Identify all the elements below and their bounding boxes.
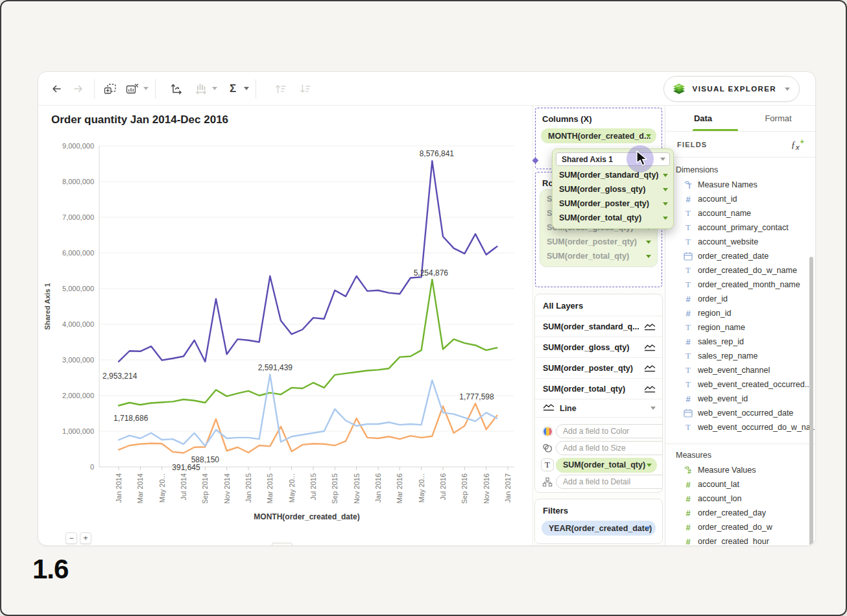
zoom-out-button[interactable]: −	[66, 532, 77, 544]
shared-axis-dropdown-item[interactable]: SUM(order_total_qty)	[553, 211, 673, 225]
forward-arrow-icon[interactable]	[69, 80, 88, 98]
chevron-down-icon[interactable]	[143, 87, 149, 90]
page-version-label: 1.6	[32, 554, 68, 585]
svg-text:Nov 2015: Nov 2015	[353, 473, 361, 504]
rows-shelf-item[interactable]: SUM(order_total_qty)	[540, 249, 657, 263]
field-item-account-id[interactable]: #account_id	[665, 192, 816, 206]
svg-text:7,000,000: 7,000,000	[62, 213, 94, 221]
color-shelf	[539, 423, 657, 440]
duplicate-chart-icon[interactable]	[101, 80, 119, 98]
field-item-account-name[interactable]: Taccount_name	[665, 206, 816, 220]
field-item-sales-rep-id[interactable]: #sales_rep_id	[665, 335, 816, 349]
tab-format[interactable]: Format	[741, 106, 816, 131]
layer-row[interactable]: SUM(order_standard_q...	[535, 316, 662, 337]
svg-text:8,000,000: 8,000,000	[62, 178, 94, 185]
shared-axis-header[interactable]: Shared Axis 1	[556, 152, 670, 166]
svg-text:391,645: 391,645	[172, 463, 200, 472]
line-chart-icon	[644, 344, 656, 353]
color-field-input[interactable]	[556, 424, 663, 438]
field-item-web-event-created-occurred-[interactable]: Tweb_event_created_occurred...	[665, 377, 816, 392]
rows-shelf-item[interactable]: SUM(order_poster_qty)	[540, 235, 657, 249]
svg-text:2,591,439: 2,591,439	[258, 363, 293, 372]
chevron-down-icon	[646, 134, 651, 137]
field-item-web-event-occurred-date[interactable]: web_event_occurred_date	[665, 406, 816, 420]
back-arrow-icon[interactable]	[47, 80, 66, 98]
field-item-web-event-occurred-do-w-na-[interactable]: Tweb_event_occurred_do_w_na...	[665, 420, 816, 434]
field-item-account-website[interactable]: Taccount_website	[665, 235, 816, 249]
svg-text:Sep 2016: Sep 2016	[460, 473, 468, 504]
line-chart: 01,000,0002,000,0003,000,0004,000,0005,0…	[41, 141, 521, 530]
field-item-web-event-id[interactable]: #web_event_id	[665, 392, 816, 406]
text-pill-sum-order-total-qty[interactable]: SUM(order_total_qty)	[556, 458, 657, 473]
field-item-account-lat[interactable]: #account_lat	[665, 477, 816, 492]
resize-bars-icon[interactable]	[192, 80, 210, 98]
chart-type-dropdown[interactable]: Line	[535, 399, 662, 418]
field-item-order-created-month-name[interactable]: Torder_created_month_name	[665, 278, 816, 292]
sort-descending-icon[interactable]	[296, 80, 315, 98]
svg-text:May 20...: May 20...	[158, 473, 166, 503]
field-item-account-primary-contact[interactable]: Taccount_primary_contact	[665, 220, 816, 235]
remove-chart-icon[interactable]	[123, 80, 141, 98]
size-shelf	[539, 440, 657, 456]
field-item-region-id[interactable]: #region_id	[665, 306, 816, 320]
layer-row[interactable]: SUM(order_total_qty)	[535, 379, 662, 399]
dimensions-scrollbar[interactable]	[809, 257, 813, 506]
field-item-web-event-channel[interactable]: Tweb_event_channel	[665, 363, 816, 377]
detail-icon	[539, 477, 556, 487]
toolbar: Σ VISUAL EXPLORER	[38, 72, 815, 106]
swap-axes-icon[interactable]	[167, 80, 185, 98]
field-item-measure-values[interactable]: #Measure Values	[665, 463, 816, 477]
text-shelf: T SUM(order_total_qty)	[539, 456, 657, 473]
field-item-region-name[interactable]: Tregion_name	[665, 320, 816, 335]
sigma-aggregate-icon[interactable]: Σ	[224, 80, 242, 98]
svg-text:588,150: 588,150	[191, 455, 220, 464]
svg-text:5,254,876: 5,254,876	[414, 268, 449, 278]
field-item-order-created-do-w-name[interactable]: Torder_created_do_w_name	[665, 263, 816, 278]
filter-pill-year[interactable]: YEAR(order_created_date)	[542, 521, 656, 536]
layer-row[interactable]: SUM(order_poster_qty)	[535, 358, 662, 379]
all-layers-title: All Layers	[535, 294, 662, 316]
field-item-order-id[interactable]: #order_id	[665, 292, 816, 306]
svg-text:#: #	[687, 468, 691, 475]
shared-axis-dropdown-item[interactable]: SUM(order_standard_qty)	[553, 168, 673, 182]
field-item-order-created-do-w[interactable]: #order_created_do_w	[665, 520, 816, 534]
zoom-in-button[interactable]: +	[80, 532, 91, 544]
series-line-poster[interactable]	[119, 403, 497, 453]
size-field-input[interactable]	[556, 441, 663, 455]
layer-row[interactable]: SUM(order_gloss_qty)	[535, 337, 662, 358]
svg-text:Jan 2016: Jan 2016	[374, 473, 382, 503]
svg-text:Jan 2014: Jan 2014	[115, 473, 123, 503]
field-item-order-created-date[interactable]: order_created_date	[665, 249, 816, 263]
chevron-down-icon[interactable]	[244, 87, 249, 90]
svg-text:9,000,000: 9,000,000	[62, 142, 94, 150]
detail-field-input[interactable]	[556, 475, 663, 489]
field-item-order-created-day[interactable]: #order_created_day	[665, 506, 816, 520]
fields-header: FIELDS	[677, 141, 707, 148]
chevron-down-icon[interactable]	[212, 87, 217, 90]
svg-text:2,953,214: 2,953,214	[102, 372, 137, 381]
columns-pill-month[interactable]: MONTH(order_created_d...	[541, 128, 656, 143]
toolbar-divider	[155, 79, 156, 99]
shared-axis-dropdown-item[interactable]: SUM(order_gloss_qty)	[553, 182, 673, 196]
series-line-standard[interactable]	[119, 279, 497, 405]
svg-text:Shared Axis 1: Shared Axis 1	[43, 283, 51, 329]
filters-title: Filters	[535, 499, 662, 521]
field-item-measure-names[interactable]: TMeasure Names	[665, 178, 816, 192]
shared-axis-dropdown-item[interactable]: SUM(order_poster_qty)	[553, 196, 673, 211]
svg-text:1,000,000: 1,000,000	[62, 427, 94, 435]
sort-ascending-icon[interactable]	[272, 80, 290, 98]
line-chart-icon	[644, 323, 656, 333]
svg-text:3,000,000: 3,000,000	[62, 356, 94, 364]
chart-type-label: Line	[560, 404, 577, 413]
field-item-account-lon[interactable]: #account_lon	[665, 492, 816, 506]
svg-text:Jul 2014: Jul 2014	[180, 473, 187, 501]
field-item-order-created-hour[interactable]: #order_created_hour	[665, 534, 816, 546]
panel-resize-handle[interactable]	[272, 543, 292, 546]
measures-scrollbar[interactable]	[809, 470, 813, 545]
tab-data[interactable]: Data	[665, 106, 741, 131]
field-item-sales-rep-name[interactable]: Tsales_rep_name	[665, 349, 816, 363]
add-calculated-field-icon[interactable]: ƒx+	[791, 137, 804, 151]
visual-explorer-button[interactable]: VISUAL EXPLORER	[663, 76, 800, 102]
selection-handle[interactable]	[532, 158, 539, 164]
visual-explorer-logo-icon	[671, 80, 687, 97]
